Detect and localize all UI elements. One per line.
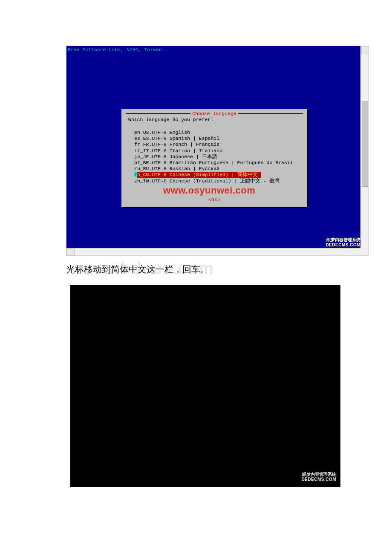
dialog-prompt: Which language do you prefer: [128,117,213,122]
list-item[interactable]: ja_JP.UTF-8 Japanese | 日本語 [134,154,293,160]
list-item[interactable]: fr_FR.UTF-8 French | Français [134,142,293,147]
list-item[interactable]: ru_RU.UTF-8 Russian | Русский [134,166,293,172]
language-list[interactable]: en_US.UTF-8 English es_ES.UTF-8 Spanish … [134,130,293,184]
ok-button[interactable]: <Ok> [121,197,307,202]
badge-cn-text: 织梦内容管理系统 [326,237,360,243]
list-item[interactable]: es_ES.UTF-8 Spanish | Español [134,136,293,142]
dialog-titlebar: Choose language [126,111,303,116]
terminal-screen: Free Software Labs, NCHC, Taiwan Choose … [66,46,360,254]
badge-cn-text: 织梦内容管理系统 [301,472,336,477]
dedecms-badge: 织梦内容管理系统 DEDECMS.COM [301,472,336,482]
vertical-scrollbar[interactable] [361,46,368,255]
list-item[interactable]: pt_BR.UTF-8 Brazilian Portuguese | Portu… [134,160,293,166]
instruction-text: 光标移动到简体中文这一栏，回车。 [66,263,209,275]
list-item[interactable]: it_IT.UTF-8 Italian | Italiano [134,148,293,154]
list-item[interactable]: zh_TW.UTF-8 Chinese (Traditional) | 正體中文… [134,178,293,184]
list-item[interactable]: en_US.UTF-8 English [134,130,293,136]
scrollbar-thumb[interactable] [362,101,368,187]
badge-en-text: DEDECMS.COM [301,477,336,482]
list-item-selected[interactable]: zh_CN.UTF-8 Chinese (Simplified) | 简体中文 [134,172,293,178]
watermark-text: www.osyunwei.com [163,185,255,196]
badge-en-text: DEDECMS.COM [326,243,360,248]
dialog-title: Choose language [190,111,238,116]
horizontal-scrollbar[interactable] [66,248,361,255]
dedecms-badge: 织梦内容管理系统 DEDECMS.COM [326,237,360,248]
choose-language-dialog: Choose language Which language do you pr… [121,109,307,207]
terminal-header: Free Software Labs, NCHC, Taiwan [68,47,162,52]
black-screen: 织梦内容管理系统 DEDECMS.COM [70,285,340,487]
clonezilla-screenshot: Free Software Labs, NCHC, Taiwan Choose … [66,46,369,256]
